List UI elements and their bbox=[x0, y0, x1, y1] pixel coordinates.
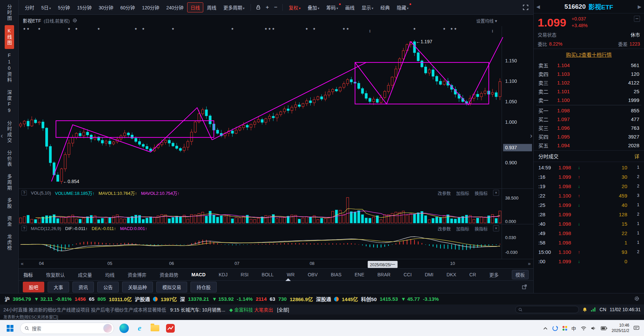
ime-indicator[interactable]: 中 bbox=[572, 325, 576, 332]
bottom-tab-公告[interactable]: 公告 bbox=[97, 282, 119, 292]
taskbar-search-input[interactable]: 搜索 bbox=[20, 323, 114, 334]
macd-panel[interactable]: ? MACD(12,26,9) DIF:-0.011↑ DEA:-0.011↑ … bbox=[19, 224, 533, 259]
tray-expand-icon[interactable] bbox=[543, 326, 548, 330]
indicator-tab-RSI[interactable]: RSI bbox=[241, 272, 249, 277]
buy-order-row-2[interactable]: 买二1.097477 bbox=[534, 115, 644, 123]
indicator-tab-BOLL[interactable]: BOLL bbox=[262, 272, 274, 277]
sell-order-row-3[interactable]: 卖三1.1024122 bbox=[534, 78, 644, 87]
period-button-120分钟[interactable]: 120分钟 bbox=[139, 2, 162, 12]
sell-order-row-2[interactable]: 卖四1.103120 bbox=[534, 69, 644, 78]
indicator-tab-OBV[interactable]: OBV bbox=[308, 272, 318, 277]
battery-icon[interactable] bbox=[601, 326, 607, 330]
marketbar-settings-gear-icon[interactable] bbox=[634, 296, 639, 302]
macd-switch-indicator-button[interactable]: 换指标 bbox=[475, 225, 488, 232]
volume-icon[interactable] bbox=[591, 326, 596, 331]
indicator-menu-label[interactable]: 指标 bbox=[23, 271, 33, 278]
zoom-in-button[interactable]: + bbox=[263, 3, 271, 11]
popout-icon[interactable] bbox=[520, 284, 529, 290]
trade-row[interactable]: :001.099↓0 bbox=[534, 257, 644, 266]
index-name[interactable]: 沪 bbox=[5, 295, 10, 302]
period-button-5日[interactable]: 5日▾ bbox=[38, 2, 54, 12]
collapse-quote-handle[interactable]: › bbox=[530, 132, 532, 139]
trade-row[interactable]: :221.100↑4593 bbox=[534, 191, 644, 200]
index-name[interactable]: 科创50 bbox=[361, 295, 377, 302]
start-button[interactable] bbox=[5, 323, 15, 334]
bottom-tab-持仓股[interactable]: 持仓股 bbox=[191, 282, 217, 292]
period-button-5分钟[interactable]: 5分钟 bbox=[55, 2, 73, 12]
macd-change-params-button[interactable]: 改参数 bbox=[438, 225, 451, 232]
taskbar-clock[interactable]: 10:46 2025/11/2 bbox=[612, 323, 630, 333]
tool-button-隐藏[interactable]: 隐藏▾ bbox=[393, 2, 412, 12]
sidebar-item-K线图[interactable]: K线图 bbox=[5, 25, 14, 49]
month-label-08[interactable]: 08 bbox=[310, 261, 314, 266]
bottom-tab-股吧[interactable]: 股吧 bbox=[23, 282, 44, 292]
fullscreen-icon[interactable] bbox=[521, 4, 531, 11]
ticker-news[interactable]: 9:15 长城汽车: 10月销售... bbox=[170, 306, 225, 313]
indicator-tab-更多[interactable]: 更多 bbox=[489, 271, 499, 278]
macd-close-icon[interactable]: × bbox=[493, 225, 499, 231]
zoom-out-button[interactable]: − bbox=[272, 3, 280, 11]
indicator-tab-资金趋势[interactable]: 资金趋势 bbox=[160, 271, 178, 278]
macd-add-indicator-button[interactable]: 加指标 bbox=[456, 225, 469, 232]
ticker-search-input[interactable] bbox=[515, 306, 579, 313]
indicator-tab-均线[interactable]: 均线 bbox=[105, 271, 114, 278]
month-label-06[interactable]: 06 bbox=[169, 261, 174, 266]
sell-order-row-1[interactable]: 卖五1.104561 bbox=[534, 61, 644, 69]
sell-order-row-5[interactable]: 卖一1.1001999 bbox=[534, 96, 644, 104]
wifi-icon[interactable] bbox=[581, 326, 587, 331]
pinwheel-app-icon[interactable] bbox=[562, 326, 567, 331]
sidebar-item-多股[interactable]: 多股 bbox=[5, 195, 14, 212]
period-button-更多周期[interactable]: 更多周期▾ bbox=[220, 2, 248, 12]
indicator-tab-BIAS[interactable]: BIAS bbox=[331, 272, 341, 277]
scroll-right-icon[interactable]: » bbox=[528, 261, 531, 266]
tool-button-显示[interactable]: 显示▾ bbox=[358, 2, 377, 12]
period-button-240分钟[interactable]: 240分钟 bbox=[163, 2, 187, 12]
trade-row[interactable]: :581.09811 bbox=[534, 238, 644, 247]
ticker-stock-flash[interactable]: ◆ 金富科技 大笔卖出 bbox=[229, 306, 273, 313]
search-box-image[interactable] bbox=[103, 324, 112, 333]
next-stock-button[interactable]: ▶ bbox=[638, 4, 641, 9]
time-sales-list[interactable]: 14:591.098↓101:161.099↑302:191.098↓202:2… bbox=[534, 162, 644, 293]
index-name[interactable]: 深 bbox=[180, 295, 185, 302]
sidebar-item-分时图[interactable]: 分时图 bbox=[5, 1, 14, 24]
stock-app-icon[interactable] bbox=[165, 323, 176, 334]
collapse-panel-icon[interactable]: − bbox=[634, 16, 640, 22]
l2-upgrade-link[interactable]: 购买L2查看十档行情 bbox=[534, 49, 644, 60]
prev-stock-button[interactable]: ◀ bbox=[536, 4, 540, 9]
period-button-30分钟[interactable]: 30分钟 bbox=[95, 2, 117, 12]
vol-switch-indicator-button[interactable]: 换指标 bbox=[475, 190, 488, 196]
notification-center-icon[interactable] bbox=[634, 326, 639, 331]
indicator-tab-资金博弈[interactable]: 资金博弈 bbox=[128, 271, 147, 278]
period-button-日线[interactable]: 日线 bbox=[187, 2, 203, 12]
buy-order-row-5[interactable]: 买五1.0942028 bbox=[534, 141, 644, 150]
ticker-broadcast[interactable]: 24小时直播:推进新的细纱生产线建设项目 投产后电子细纱生产成本将显著降低 bbox=[3, 306, 166, 313]
buy-order-row-1[interactable]: 买一1.098855 bbox=[534, 106, 644, 115]
indicator-tab-BRAR[interactable]: BRAR bbox=[377, 272, 390, 277]
tool-button-叠加[interactable]: 叠加▾ bbox=[304, 2, 323, 12]
bottom-tab-资讯[interactable]: 资讯 bbox=[72, 282, 94, 292]
period-button-分时[interactable]: 分时 bbox=[21, 2, 38, 12]
tool-button-复权[interactable]: 复权▾ bbox=[285, 2, 304, 12]
sidebar-item-深度F9[interactable]: 深度F9 bbox=[5, 87, 14, 117]
sidebar-item-多周期[interactable]: 多周期 bbox=[5, 171, 14, 194]
kline-chart[interactable]: *********************↕↕←1.197←0.8541.150… bbox=[19, 26, 533, 188]
buy-order-row-4[interactable]: 买四1.0953927 bbox=[534, 132, 644, 141]
ie-browser-icon[interactable]: e bbox=[134, 323, 145, 334]
edge-browser-icon[interactable] bbox=[119, 323, 129, 334]
help-icon[interactable]: ? bbox=[21, 226, 27, 231]
collapse-sidebar-handle[interactable]: ‹ bbox=[1, 132, 3, 139]
buy-order-row-3[interactable]: 买三1.096763 bbox=[534, 123, 644, 132]
indicator-tab-MACD[interactable]: MACD bbox=[192, 272, 206, 277]
sidebar-item-资金[interactable]: 资金 bbox=[5, 213, 14, 230]
settings-gear-icon[interactable] bbox=[72, 18, 77, 23]
file-explorer-icon[interactable] bbox=[150, 323, 160, 334]
sidebar-item-分价表[interactable]: 分价表 bbox=[5, 147, 14, 170]
trade-row[interactable]: 14:591.098↓101 bbox=[534, 163, 644, 172]
month-label-10[interactable]: 10 bbox=[450, 261, 455, 266]
sidebar-item-分时成交[interactable]: 分时成交 bbox=[5, 118, 14, 147]
indicator-tab-CR[interactable]: CR bbox=[469, 272, 476, 277]
help-icon[interactable]: ? bbox=[21, 190, 27, 195]
indicator-tab-ENE[interactable]: ENE bbox=[355, 272, 364, 277]
ma-settings-button[interactable]: 设置均线 ▾ bbox=[476, 17, 497, 24]
vol-close-icon[interactable]: × bbox=[493, 190, 499, 196]
